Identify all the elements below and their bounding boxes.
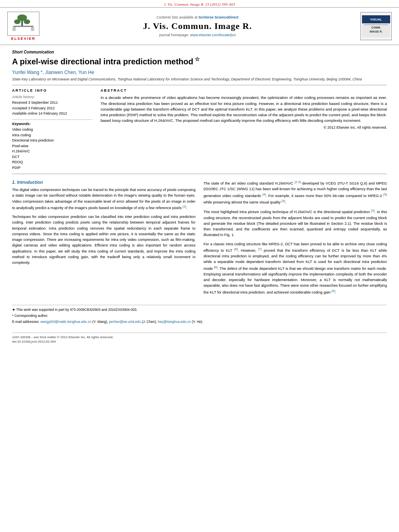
ref-6: [6] [234,247,238,251]
article-info-abstract: ARTICLE INFO Article history: Received 3… [12,88,387,170]
received-date: Received 3 September 2011 [12,100,93,105]
svg-point-3 [14,19,21,24]
homepage-url[interactable]: www.elsevier.com/locate/jvci [190,33,236,37]
keyword-pdip: PDIP [12,165,93,171]
email-1[interactable]: wangyi03@mails.tsinghua.edu.cn [40,320,91,324]
abstract-copyright: © 2012 Elsevier Inc. All rights reserved… [101,125,387,129]
body-right-col: The state of the art video coding standa… [204,180,387,298]
journal-ref: J. Vis. Commun. Image R. 23 (2012) 599–6… [164,2,235,6]
title-star: ☆ [193,56,200,62]
available-date: Available online 14 February 2012 [12,111,93,116]
ref-2b: [2] [371,209,374,212]
abstract-text: In a decade where the prominence of vide… [101,95,387,123]
abstract-col: ABSTRACT In a decade where the prominenc… [101,88,387,170]
journal-header-bar: J. Vis. Commun. Image R. 23 (2012) 599–6… [0,0,399,7]
ref-1: [1] [183,205,186,208]
visual-journal-icon: VISUAL COMM. IMAGE R. [362,15,390,37]
ref-9: [9] [331,289,335,293]
bottom-doi: doi:10.1016/j.jvcir.2012.02.004 [12,339,387,344]
keyword-intra-coding: Intra coding [12,133,93,138]
article-title: A pixel-wise directional intra predictio… [12,56,387,66]
elsevier-logo: ELSEVIER [7,12,39,41]
keywords-heading: Keywords: [12,119,93,126]
sciverse-link[interactable]: SciVerse ScienceDirect [199,15,239,19]
article-content: Short Communication A pixel-wise directi… [0,50,399,344]
ref-5: [5] [383,193,387,196]
svg-rect-10 [364,25,388,25]
right-paragraph-1: The state of the art video coding standa… [204,180,387,205]
right-paragraph-3: For a classic intra coding structure lik… [204,241,387,295]
page-wrapper: J. Vis. Commun. Image R. 23 (2012) 599–6… [0,0,399,532]
svg-text:COMM.: COMM. [371,26,381,29]
footnote-star-symbol: ★ [12,308,16,312]
article-info-heading: ARTICLE INFO [12,88,93,92]
svg-text:IMAGE R.: IMAGE R. [370,30,383,33]
keyword-directional: Directional intra prediction [12,138,93,144]
email-2[interactable]: jwchen@ee.ucla.edu [109,320,141,324]
journal-title: J. Vis. Commun. Image R. [43,21,352,31]
right-paragraph-2: The most highlighted intra picture codin… [204,208,387,238]
elsevier-tree-icon [11,14,35,34]
svg-text:VISUAL: VISUAL [370,18,382,21]
accepted-date: Accepted 3 February 2012 [12,106,93,111]
ref-8: [8] [214,265,218,269]
article-history-label: Article history: [12,95,93,99]
footnote-section: ★ This work was supported in part by 973… [12,305,387,325]
authors: Yunfei Wang *, Jianwen Chen, Yun He [12,70,387,75]
email-3[interactable]: hey@tsinghua.edu.cn [158,320,191,324]
header-right-logo: VISUAL COMM. IMAGE R. [356,12,392,40]
divider-line [12,85,387,85]
footnote-star: ★ This work was supported in part by 973… [12,308,387,312]
sciverse-text: Contents lists available at SciVerse Sci… [43,15,352,19]
body-two-col: 1. Introduction The digital video compre… [12,180,387,298]
divider-line-2 [12,174,387,174]
svg-rect-5 [12,27,16,31]
intro-paragraph-2: Techniques for video compression predict… [12,214,195,265]
bottom-bar: 1047-3203/$ – see front matter © 2012 El… [12,333,387,344]
keyword-dct: DCT [12,154,93,160]
intro-paragraph-1: The digital video compression techniques… [12,187,195,211]
ref-2-3: [2,3] [294,180,301,184]
elsevier-box [7,12,39,36]
affiliation: State Key Laboratory on Microwave and Di… [12,77,387,82]
footnote-corresponding: * Corresponding author. [12,314,387,318]
header-center: Contents lists available at SciVerse Sci… [39,15,356,37]
keyword-pixel-wise: Pixel-wise [12,144,93,149]
ref-4: [4] [262,193,266,196]
body-left-col: 1. Introduction The digital video compre… [12,180,195,298]
elsevier-text: ELSEVIER [11,37,36,41]
abstract-heading: ABSTRACT [101,88,387,92]
intro-section-title: 1. Introduction [12,180,195,185]
article-info-col: ARTICLE INFO Article history: Received 3… [12,88,93,170]
visual-logo-box: VISUAL COMM. IMAGE R. [360,12,392,40]
body-section: 1. Introduction The digital video compre… [12,180,387,298]
svg-rect-0 [13,26,33,27]
svg-rect-6 [31,27,34,31]
bottom-issn: 1047-3203/$ – see front matter © 2012 El… [12,335,387,339]
ref-7: [7] [258,247,262,251]
article-type-label: Short Communication [12,50,387,54]
keyword-rdoq: RDOQ [12,160,93,165]
svg-point-4 [24,19,30,24]
keyword-h264: H.264/AVC [12,149,93,154]
ref-3: [3] [282,199,285,203]
header-section: ELSEVIER Contents lists available at Sci… [0,7,399,45]
journal-homepage: journal homepage: www.elsevier.com/locat… [43,33,352,37]
keyword-video-coding: Video coding [12,127,93,133]
footnote-emails: E-mail addresses: wangyi03@mails.tsinghu… [12,320,387,325]
